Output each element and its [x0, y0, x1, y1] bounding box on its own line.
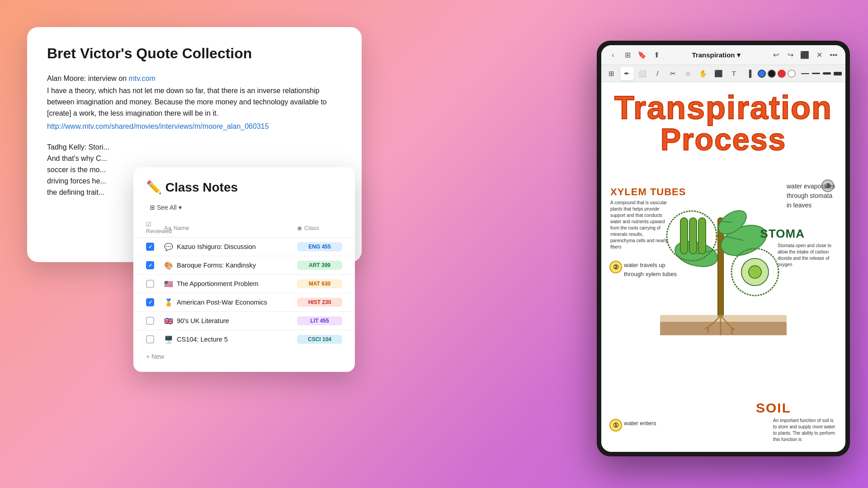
class-icon: ◉ [297, 225, 302, 231]
table-header: ☑ Reviewed Aa Name ◉ Class [133, 218, 355, 238]
row-emoji-5: 🖥️ [164, 335, 173, 344]
svg-rect-15 [660, 322, 787, 335]
plant-diagram [660, 182, 787, 335]
table-row: 🏅American Post-War EconomicsHIST 230 [133, 293, 355, 312]
svg-rect-9 [689, 218, 697, 254]
line-thin[interactable] [801, 73, 809, 74]
row-name-5: 🖥️CS104: Lecture 5 [164, 335, 297, 344]
color-black[interactable] [768, 70, 776, 78]
row-emoji-2: 🇺🇸 [164, 280, 173, 288]
undo-button[interactable]: ↩ [769, 49, 782, 61]
dropdown-icon: ▾ [737, 51, 741, 59]
step2-group: ② water travels up through xylem tubes [609, 261, 683, 278]
line-medium[interactable] [812, 73, 820, 74]
name-icon: Aa [164, 225, 171, 231]
row-emoji-1: 🎨 [164, 261, 173, 270]
grid-button[interactable]: ⊞ [621, 49, 634, 61]
step1-text: water enters [624, 419, 665, 428]
svg-rect-8 [680, 218, 688, 254]
color-blue[interactable] [758, 70, 766, 78]
row-class-badge-0: ENG 455 [297, 242, 342, 251]
stoma-label: STOMA [760, 227, 805, 241]
row-class-badge-1: ART 399 [297, 261, 342, 270]
tablet-toolbar: ‹ ⊞ 🔖 ⬆ Transpiration ▾ ↩ ↪ ⬛ ✕ ••• [601, 45, 845, 65]
doc-title: Bret Victor's Quote Collection [47, 45, 342, 62]
soil-desc: An important function of soil is to stor… [773, 418, 836, 443]
table-row: 🎨Baroque Forms: KandinskyART 399 [133, 256, 355, 275]
back-button[interactable]: ‹ [607, 49, 619, 61]
table-row: 💬Kazuo Ishiguro: DiscussionENG 455 [133, 238, 355, 256]
image-tool[interactable]: ⬛ [712, 67, 726, 80]
highlight-tool[interactable]: ▐ [742, 67, 756, 80]
col-reviewed-header: ☑ Reviewed [146, 221, 164, 235]
new-note-button[interactable]: + New [133, 348, 355, 365]
table-row: 🖥️CS104: Lecture 5CSCI 104 [133, 330, 355, 348]
close-button[interactable]: ✕ [813, 49, 826, 61]
drawing-toolbar: ⊞ ✒ ⬜ / ✂ ○ ✋ ⬛ T ▐ [601, 65, 845, 82]
body1-text: I have a theory, which has not let me do… [47, 85, 342, 119]
step2-text: water travels up through xylem tubes [624, 261, 683, 278]
notes-table-body: 💬Kazuo Ishiguro: DiscussionENG 455🎨Baroq… [133, 238, 355, 348]
row-class-badge-5: CSCI 104 [297, 335, 342, 344]
step1-badge: ① [609, 419, 622, 432]
more-button[interactable]: ••• [827, 49, 840, 61]
lasso-tool[interactable]: ○ [681, 67, 695, 80]
row-class-badge-4: LIT 455 [297, 316, 342, 325]
col-name-header: Aa Name [164, 221, 297, 235]
row-checkbox-4[interactable] [146, 317, 154, 325]
sidebar-toggle[interactable]: ⊞ [605, 67, 618, 80]
row-class-badge-2: MAT 630 [297, 279, 342, 288]
table-row: 🇺🇸The Apportionment ProblemMAT 630 [133, 275, 355, 293]
line-width-selector [801, 72, 842, 75]
row-name-4: 🇬🇧90's UK Literature [164, 317, 297, 325]
step1-group: ① water enters [609, 419, 665, 432]
xylem-desc: A compound that is vascular plants that … [610, 200, 669, 250]
text-tool[interactable]: T [727, 67, 741, 80]
row-class-badge-3: HIST 230 [297, 298, 342, 307]
scissors-tool[interactable]: ✂ [666, 67, 679, 80]
row-checkbox-1[interactable] [146, 261, 154, 269]
pencil-tool[interactable]: / [651, 67, 664, 80]
title-line1: Transpiration [601, 91, 845, 124]
see-all-button[interactable]: ⊞ See All ▾ [146, 202, 185, 213]
export-button[interactable]: ⬛ [798, 49, 811, 61]
checkbox-icon: ☑ [146, 221, 151, 228]
eraser-tool[interactable]: ⬜ [636, 67, 649, 80]
step2-badge: ② [609, 261, 622, 273]
row-checkbox-5[interactable] [146, 335, 154, 343]
table-row: 🇬🇧90's UK LiteratureLIT 455 [133, 312, 355, 330]
row-name-2: 🇺🇸The Apportionment Problem [164, 280, 297, 288]
water-evap-text: water evaporates through stomata in leav… [787, 182, 836, 210]
pen-tool[interactable]: ✒ [620, 67, 634, 80]
nav-group: ‹ ⊞ 🔖 ⬆ [607, 49, 663, 61]
tablet-screen: ‹ ⊞ 🔖 ⬆ Transpiration ▾ ↩ ↪ ⬛ ✕ ••• [601, 45, 845, 452]
line-thick[interactable] [823, 72, 831, 75]
class-notes-card: ✏️ Class Notes ⊞ See All ▾ ☑ Reviewed Aa… [133, 167, 355, 372]
bookmark-button[interactable]: 🔖 [636, 49, 648, 61]
author1-line: Alan Moore: interview on mtv.com [47, 75, 342, 83]
row-name-1: 🎨Baroque Forms: Kandinsky [164, 261, 297, 270]
color-palette [758, 70, 796, 78]
see-all-row: ⊞ See All ▾ [133, 202, 355, 218]
line-thicker[interactable] [834, 72, 842, 75]
stoma-desc: Stomata open and close to allow the inta… [778, 243, 836, 268]
row-name-0: 💬Kazuo Ishiguro: Discussion [164, 243, 297, 251]
share-button[interactable]: ⬆ [650, 49, 663, 61]
color-red[interactable] [778, 70, 786, 78]
redo-button[interactable]: ↪ [784, 49, 797, 61]
mtv-full-link[interactable]: http://www.mtv.com/shared/movies/intervi… [47, 122, 342, 131]
toolbar-right: ↩ ↪ ⬛ ✕ ••• [769, 49, 840, 61]
row-checkbox-3[interactable] [146, 298, 154, 306]
diagram-area: XYLEM TUBES A compound that is vascular … [601, 173, 845, 452]
pencil-emoji: ✏️ [146, 180, 162, 194]
row-checkbox-2[interactable] [146, 280, 154, 288]
svg-rect-10 [698, 218, 706, 254]
grid-small-icon: ⊞ [150, 204, 155, 211]
color-white[interactable] [788, 70, 796, 78]
chevron-down-icon: ▾ [179, 204, 182, 211]
mtv-link[interactable]: mtv.com [129, 75, 156, 82]
soil-label: SOIL [756, 400, 791, 416]
hand-tool[interactable]: ✋ [697, 67, 710, 80]
col-class-header: ◉ Class [297, 221, 342, 235]
row-checkbox-0[interactable] [146, 243, 154, 251]
